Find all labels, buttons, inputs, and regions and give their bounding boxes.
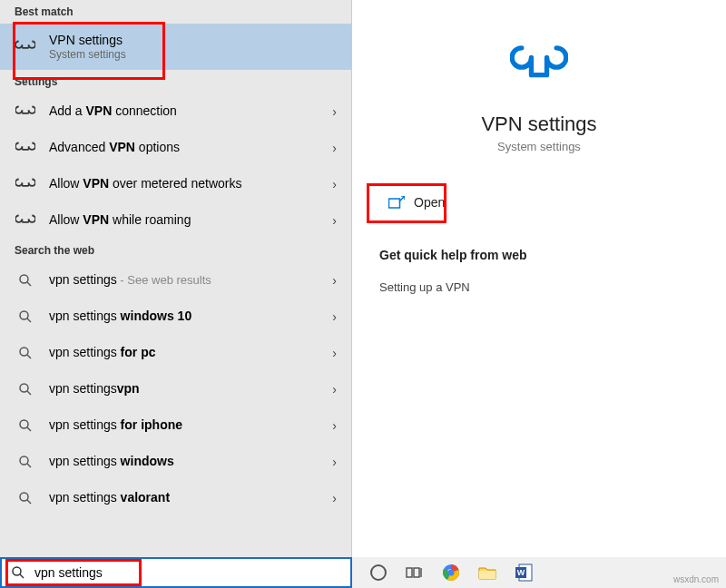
settings-result-advanced-vpn[interactable]: Advanced VPN options ›	[0, 130, 351, 166]
search-icon	[11, 565, 25, 580]
open-button[interactable]: Open	[379, 190, 699, 215]
chevron-right-icon[interactable]: ›	[332, 491, 337, 505]
chevron-right-icon[interactable]: ›	[332, 418, 337, 433]
search-icon	[15, 270, 36, 291]
search-icon	[15, 487, 36, 509]
cortana-icon[interactable]	[368, 563, 388, 583]
svg-line-13	[27, 500, 31, 504]
help-link-setup-vpn[interactable]: Setting up a VPN	[379, 277, 699, 298]
chevron-right-icon[interactable]: ›	[332, 104, 337, 119]
svg-rect-18	[407, 568, 412, 577]
web-result[interactable]: vpn settings valorant ›	[0, 480, 351, 516]
search-input[interactable]: vpn settings	[0, 557, 352, 588]
vpn-settings-icon	[15, 173, 36, 195]
word-icon[interactable]: W	[514, 563, 534, 583]
chevron-right-icon[interactable]: ›	[332, 346, 337, 360]
svg-line-9	[27, 427, 31, 431]
svg-point-0	[20, 275, 28, 283]
result-title: Advanced VPN options	[49, 140, 337, 155]
result-title: Allow VPN while roaming	[49, 212, 337, 228]
preview-panel: VPN settings System settings Open Get qu…	[352, 0, 726, 557]
file-explorer-icon[interactable]	[477, 563, 497, 583]
web-result[interactable]: vpn settings - See web results ›	[0, 262, 351, 299]
settings-header: Settings	[0, 70, 351, 93]
svg-point-4	[20, 348, 28, 356]
svg-rect-14	[389, 199, 400, 208]
result-title: vpn settings - See web results	[49, 272, 337, 288]
vpn-settings-icon	[15, 35, 36, 57]
result-title: vpn settings for pc	[49, 345, 337, 360]
best-match-header: Best match	[0, 0, 351, 24]
settings-result-metered[interactable]: Allow VPN over metered networks ›	[0, 166, 351, 202]
web-result[interactable]: vpn settings windows ›	[0, 444, 351, 480]
svg-rect-25	[479, 571, 495, 579]
svg-line-1	[27, 282, 31, 286]
svg-point-15	[13, 567, 21, 575]
best-match-result[interactable]: VPN settings System settings	[0, 24, 351, 70]
svg-point-17	[371, 565, 386, 580]
chevron-right-icon[interactable]: ›	[332, 177, 337, 191]
chevron-right-icon[interactable]: ›	[332, 455, 337, 469]
result-title: Add a VPN connection	[49, 103, 337, 119]
taskbar: W	[352, 557, 726, 588]
svg-rect-19	[414, 568, 419, 577]
preview-subtitle: System settings	[497, 140, 581, 153]
preview-title: VPN settings	[481, 113, 596, 136]
open-label: Open	[414, 195, 445, 210]
search-icon	[15, 415, 36, 436]
web-result[interactable]: vpn settings for pc ›	[0, 335, 351, 371]
svg-point-6	[20, 384, 28, 392]
svg-line-5	[27, 355, 31, 358]
web-result[interactable]: vpn settings for iphone ›	[0, 407, 351, 444]
best-match-subtitle: System settings	[49, 48, 337, 61]
search-icon	[15, 451, 36, 473]
web-result[interactable]: vpn settings windows 10 ›	[0, 299, 351, 335]
result-title: Allow VPN over metered networks	[49, 176, 337, 191]
watermark: wsxdn.com	[673, 574, 719, 584]
task-view-icon[interactable]	[405, 563, 425, 583]
svg-point-10	[20, 456, 28, 465]
svg-line-3	[27, 318, 31, 322]
best-match-title: VPN settings	[49, 33, 337, 48]
settings-result-add-vpn[interactable]: Add a VPN connection ›	[0, 93, 351, 130]
chevron-right-icon[interactable]: ›	[332, 273, 337, 288]
svg-point-2	[20, 311, 28, 319]
chevron-right-icon[interactable]: ›	[332, 213, 337, 228]
chevron-right-icon[interactable]: ›	[332, 309, 337, 324]
svg-line-16	[20, 574, 24, 578]
search-text: vpn settings	[34, 565, 103, 580]
result-title: vpn settings valorant	[49, 490, 337, 505]
svg-line-7	[27, 391, 31, 395]
chrome-icon[interactable]	[441, 563, 461, 583]
open-icon	[388, 196, 405, 209]
search-icon	[15, 378, 36, 400]
result-title: vpn settingsvpn	[49, 381, 337, 397]
vpn-settings-icon	[15, 101, 36, 122]
search-results-panel: Best match VPN settings System settings …	[0, 0, 352, 557]
settings-result-roaming[interactable]: Allow VPN while roaming ›	[0, 202, 351, 239]
svg-text:W: W	[517, 568, 525, 577]
web-header: Search the web	[0, 239, 351, 262]
web-result[interactable]: vpn settingsvpn ›	[0, 371, 351, 407]
chevron-right-icon[interactable]: ›	[332, 141, 337, 155]
vpn-settings-icon	[15, 210, 36, 231]
result-title: vpn settings for iphone	[49, 417, 337, 433]
search-icon	[15, 306, 36, 328]
chevron-right-icon[interactable]: ›	[332, 382, 337, 397]
svg-point-12	[20, 493, 28, 501]
result-title: vpn settings windows	[49, 454, 337, 469]
svg-line-11	[27, 464, 31, 467]
vpn-settings-icon	[15, 137, 36, 159]
search-icon	[15, 342, 36, 364]
help-header: Get quick help from web	[379, 248, 699, 262]
result-title: vpn settings windows 10	[49, 309, 337, 324]
vpn-large-icon	[510, 36, 568, 94]
svg-point-8	[20, 420, 28, 428]
